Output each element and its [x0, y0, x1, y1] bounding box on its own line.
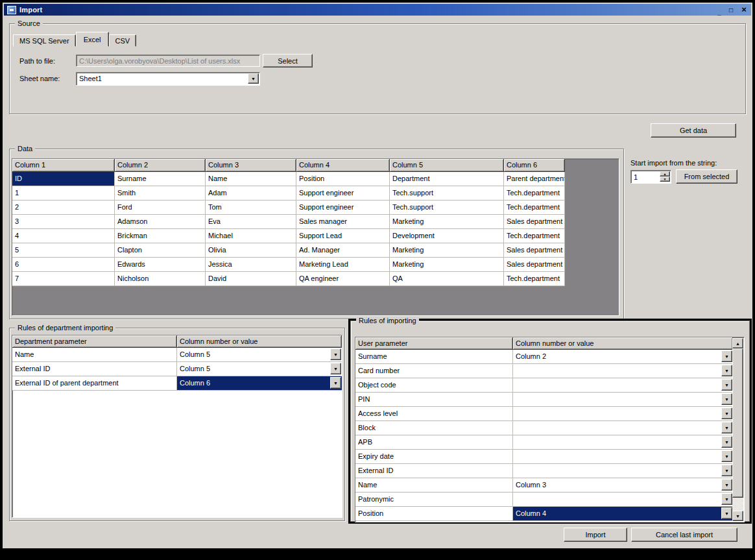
rule-param-cell[interactable]: Object code: [355, 378, 513, 393]
vertical-scrollbar[interactable]: ▲ ▼: [732, 338, 743, 521]
scroll-up-button[interactable]: ▲: [732, 338, 743, 348]
dropdown-button[interactable]: ▼: [330, 363, 341, 374]
dropdown-button[interactable]: ▼: [721, 436, 732, 448]
dropdown-button[interactable]: ▼: [721, 350, 732, 362]
tab-ms-sql-server[interactable]: MS SQL Server: [13, 34, 76, 47]
table-cell[interactable]: Eva: [206, 215, 296, 229]
table-cell[interactable]: Name: [206, 172, 296, 186]
table-cell[interactable]: Department: [390, 172, 504, 186]
rule-param-cell[interactable]: Card number: [355, 364, 513, 378]
column-header[interactable]: Column 6: [504, 159, 565, 172]
column-header-column-number-or-value[interactable]: Column number or value: [177, 335, 342, 348]
table-cell[interactable]: Sales department: [504, 258, 565, 272]
table-cell[interactable]: Tech.department: [504, 201, 565, 215]
table-cell[interactable]: Tech.department: [504, 229, 565, 243]
table-cell[interactable]: Michael: [206, 229, 296, 243]
table-cell[interactable]: Marketing: [390, 258, 504, 272]
table-cell[interactable]: Olivia: [206, 243, 296, 258]
path-input[interactable]: [76, 55, 260, 67]
table-cell[interactable]: Support engineer: [296, 186, 390, 201]
table-cell[interactable]: Smith: [115, 186, 206, 201]
dropdown-button[interactable]: ▼: [721, 493, 732, 505]
rule-value-cell[interactable]: Column 6▼: [177, 376, 342, 391]
titlebar[interactable]: Import _ □ ×: [4, 4, 751, 16]
table-cell[interactable]: 2: [12, 201, 115, 215]
table-cell[interactable]: 7: [12, 272, 115, 286]
cancel-last-import-button[interactable]: Cancel last import: [631, 528, 737, 542]
column-header[interactable]: Column 1: [12, 159, 115, 172]
scroll-down-button[interactable]: ▼: [732, 511, 743, 521]
dropdown-button[interactable]: ▼: [721, 465, 732, 476]
table-cell[interactable]: David: [206, 272, 296, 286]
table-cell[interactable]: 4: [12, 229, 115, 243]
table-cell[interactable]: Sales department: [504, 215, 565, 229]
dropdown-button[interactable]: ▼: [721, 450, 732, 462]
rule-param-cell[interactable]: Patronymic: [355, 493, 513, 507]
column-header-department-parameter[interactable]: Department parameter: [12, 335, 177, 348]
rule-param-cell[interactable]: APB: [355, 435, 513, 450]
maximize-button[interactable]: □: [726, 5, 736, 14]
rule-value-cell[interactable]: Column 5▼: [177, 362, 342, 376]
rule-value-cell[interactable]: ▼: [513, 464, 733, 478]
rule-value-cell[interactable]: ▼: [513, 450, 733, 464]
spinner-up-button[interactable]: ▲: [660, 171, 670, 177]
dropdown-button[interactable]: ▼: [721, 422, 732, 433]
table-cell[interactable]: ID: [12, 172, 115, 186]
table-cell[interactable]: Tech.support: [390, 186, 504, 201]
column-header[interactable]: Column 2: [115, 159, 206, 172]
rule-param-cell[interactable]: External ID of parent department: [12, 376, 177, 391]
table-cell[interactable]: Tech.department: [504, 272, 565, 286]
rule-value-cell[interactable]: ▼: [513, 393, 733, 407]
dropdown-button[interactable]: ▼: [721, 408, 732, 419]
rule-value-cell[interactable]: ▼: [513, 378, 733, 393]
table-cell[interactable]: Brickman: [115, 229, 206, 243]
rule-param-cell[interactable]: External ID: [12, 362, 177, 376]
table-cell[interactable]: 5: [12, 243, 115, 258]
rule-value-cell[interactable]: ▼: [513, 435, 733, 450]
scroll-thumb[interactable]: [732, 348, 743, 498]
column-header[interactable]: Column 3: [206, 159, 296, 172]
table-cell[interactable]: Parent department: [504, 172, 565, 186]
minimize-button[interactable]: _: [714, 5, 725, 14]
rule-param-cell[interactable]: Surname: [355, 350, 513, 364]
rule-param-cell[interactable]: Block: [355, 421, 513, 435]
dropdown-button[interactable]: ▼: [721, 507, 732, 519]
start-row-input[interactable]: [632, 171, 660, 182]
table-cell[interactable]: Tech.department: [504, 186, 565, 201]
table-cell[interactable]: Development: [390, 229, 504, 243]
table-cell[interactable]: Adamson: [115, 215, 206, 229]
rule-value-cell[interactable]: ▼: [513, 493, 733, 507]
rule-value-cell[interactable]: ▼: [513, 407, 733, 421]
table-cell[interactable]: Marketing: [390, 243, 504, 258]
dropdown-button[interactable]: ▼: [330, 377, 341, 389]
tab-excel[interactable]: Excel: [76, 32, 109, 47]
table-cell[interactable]: Marketing: [390, 215, 504, 229]
spinner-down-button[interactable]: ▼: [660, 177, 670, 182]
rule-param-cell[interactable]: Name: [12, 348, 177, 362]
get-data-button[interactable]: Get data: [651, 123, 736, 138]
window-icon[interactable]: [7, 6, 16, 14]
dropdown-button[interactable]: ▼: [721, 365, 732, 376]
column-header[interactable]: Column 4: [296, 159, 390, 172]
tab-csv[interactable]: CSV: [109, 34, 137, 47]
table-cell[interactable]: Surname: [115, 172, 206, 186]
dropdown-button[interactable]: ▼: [721, 379, 732, 391]
column-header-column-number-or-value[interactable]: Column number or value: [513, 337, 733, 350]
rule-param-cell[interactable]: Position: [355, 507, 513, 521]
rule-value-cell[interactable]: ▼: [513, 421, 733, 435]
table-cell[interactable]: Ford: [115, 201, 206, 215]
table-cell[interactable]: Support Lead: [296, 229, 390, 243]
table-cell[interactable]: Jessica: [206, 258, 296, 272]
rule-value-cell[interactable]: Column 3▼: [513, 478, 733, 493]
rule-value-cell[interactable]: Column 2▼: [513, 350, 733, 364]
rule-value-cell[interactable]: Column 5▼: [177, 348, 342, 362]
rule-param-cell[interactable]: Name: [355, 478, 513, 493]
table-cell[interactable]: Sales department: [504, 243, 565, 258]
rule-param-cell[interactable]: Expiry date: [355, 450, 513, 464]
table-cell[interactable]: 3: [12, 215, 115, 229]
rule-value-cell[interactable]: Column 4▼: [513, 507, 733, 521]
table-cell[interactable]: QA engineer: [296, 272, 390, 286]
rule-param-cell[interactable]: Access level: [355, 407, 513, 421]
dropdown-button[interactable]: ▼: [721, 479, 732, 491]
import-button[interactable]: Import: [564, 528, 627, 542]
